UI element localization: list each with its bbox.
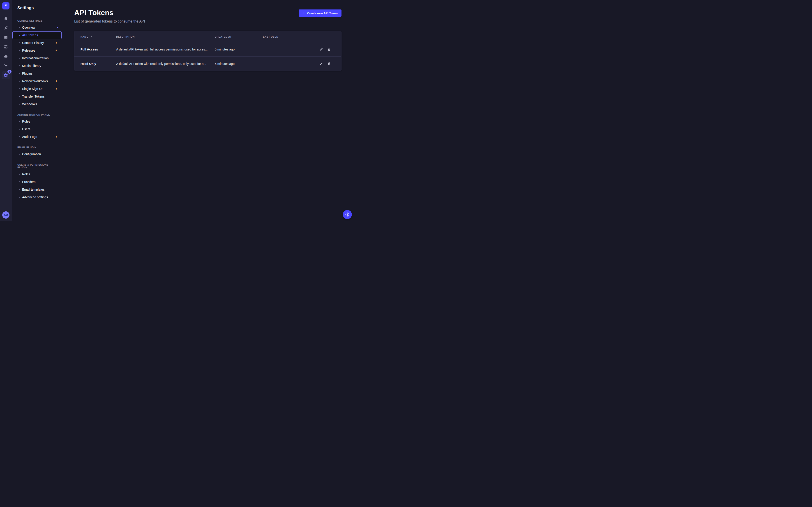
bullet-dot	[19, 96, 20, 97]
bullet-dot	[19, 81, 20, 81]
notification-badge: 1	[7, 70, 11, 74]
table-row-full-access[interactable]: Full AccessA default API token with full…	[74, 42, 341, 57]
strapi-logo-icon	[4, 3, 8, 8]
token-description: A default API token with read-only permi…	[116, 62, 215, 66]
page-header: API Tokens List of generated tokens to c…	[74, 9, 342, 23]
bullet-dot	[19, 181, 20, 182]
sidebar-item-label: API Tokens	[22, 33, 38, 37]
app-root: 1 KD Settings GLOBAL SETTINGSOverviewAPI…	[0, 0, 354, 221]
help-button[interactable]	[343, 210, 352, 219]
bolt-icon	[55, 135, 58, 138]
sidebar-item-configuration[interactable]: Configuration	[12, 150, 62, 158]
user-avatar[interactable]: KD	[2, 211, 9, 219]
row-actions	[313, 61, 332, 66]
marketplace-cart-icon	[4, 64, 8, 68]
bullet-dot	[19, 136, 20, 137]
bullet-dot	[19, 50, 20, 51]
notification-dot	[57, 27, 58, 28]
sidebar-item-internationalization[interactable]: Internationalization	[12, 54, 62, 62]
home-icon	[4, 16, 8, 21]
sidebar-item-webhooks[interactable]: Webhooks	[12, 100, 62, 108]
bullet-dot	[19, 42, 20, 43]
sidebar-item-label: Roles	[22, 172, 30, 176]
sidebar-item-label: Single Sign-On	[22, 87, 43, 91]
delete-button[interactable]	[326, 61, 332, 66]
rail-divider	[0, 12, 12, 12]
bullet-dot	[19, 35, 20, 36]
bullet-dot	[19, 73, 20, 74]
sidebar-item-releases[interactable]: Releases	[12, 47, 62, 54]
sidebar-item-roles[interactable]: Roles	[12, 118, 62, 125]
sidebar-item-single-sign-on[interactable]: Single Sign-On	[12, 85, 62, 93]
bolt-icon	[55, 49, 58, 52]
rail-button-cloud[interactable]	[2, 52, 10, 60]
sidebar-item-label: Roles	[22, 120, 30, 123]
bullet-dot	[19, 197, 20, 198]
column-header-label: LAST USED	[263, 36, 278, 38]
sidebar-item-label: Webhooks	[22, 102, 37, 106]
sidebar-item-api-tokens[interactable]: API Tokens	[12, 31, 62, 39]
column-header-description: DESCRIPTION	[116, 36, 215, 38]
layout-icon	[4, 45, 8, 49]
bolt-icon	[55, 79, 58, 83]
column-header-name[interactable]: NAME	[81, 36, 116, 38]
sidebar-item-audit-logs[interactable]: Audit Logs	[12, 133, 62, 140]
sidebar-item-overview[interactable]: Overview	[12, 24, 62, 31]
bullet-dot	[19, 121, 20, 122]
bullet-dot	[19, 189, 20, 190]
delete-icon	[327, 48, 331, 51]
sidebar-item-transfer-tokens[interactable]: Transfer Tokens	[12, 93, 62, 100]
rail-button-media-library[interactable]	[2, 33, 10, 42]
rail-button-layout[interactable]	[2, 43, 10, 51]
bullet-dot	[19, 27, 20, 28]
sidebar-item-plugins[interactable]: Plugins	[12, 70, 62, 77]
sidebar-item-review-workflows[interactable]: Review Workflows	[12, 77, 62, 85]
bolt-icon	[55, 41, 58, 45]
sidebar-item-label: Releases	[22, 49, 35, 52]
sidebar-item-label: Users	[22, 127, 31, 131]
delete-icon	[327, 62, 331, 66]
bullet-dot	[19, 129, 20, 129]
rail-button-marketplace-cart[interactable]	[2, 62, 10, 70]
sidebar-item-label: Overview	[22, 26, 35, 29]
bullet-dot	[19, 154, 20, 155]
cloud-icon	[4, 54, 8, 59]
sidebar-item-media-library[interactable]: Media Library	[12, 62, 62, 70]
subnav-title: Settings	[17, 6, 62, 10]
sidebar-item-content-history[interactable]: Content History	[12, 39, 62, 47]
rail-button-settings-gear[interactable]: 1	[2, 71, 10, 79]
sidebar-item-roles[interactable]: Roles	[12, 170, 62, 178]
edit-icon	[319, 62, 323, 66]
strapi-logo[interactable]	[2, 2, 9, 9]
sidebar-item-label: Advanced settings	[22, 195, 48, 199]
sidebar-item-users[interactable]: Users	[12, 125, 62, 133]
edit-button[interactable]	[318, 61, 324, 66]
create-api-token-button[interactable]: Create new API Token	[299, 9, 342, 17]
sidebar-section-label-users-permissions-plugin: USERS & PERMISSIONS PLUGIN	[17, 163, 56, 169]
sidebar-section-label-email-plugin: EMAIL PLUGIN	[17, 146, 56, 149]
rail-button-content-type-builder-feather[interactable]	[2, 24, 10, 32]
sidebar-item-label: Configuration	[22, 152, 41, 156]
page-title: API Tokens	[74, 9, 145, 17]
delete-button[interactable]	[326, 47, 332, 52]
sidebar-item-providers[interactable]: Providers	[12, 178, 62, 186]
bolt-icon	[55, 87, 58, 91]
bullet-dot	[19, 58, 20, 59]
token-name: Full Access	[81, 48, 116, 51]
settings-subnav: Settings GLOBAL SETTINGSOverviewAPI Toke…	[12, 0, 62, 221]
bullet-dot	[19, 88, 20, 89]
edit-button[interactable]	[318, 47, 324, 52]
column-header-label: CREATED AT	[215, 36, 232, 38]
row-actions	[313, 47, 332, 52]
settings-gear-icon	[4, 73, 8, 77]
media-library-icon	[4, 35, 8, 40]
sidebar-item-email-templates[interactable]: Email templates	[12, 186, 62, 193]
rail-button-home[interactable]	[2, 14, 10, 22]
edit-icon	[319, 48, 323, 51]
table-row-read-only[interactable]: Read OnlyA default API token with read-o…	[74, 57, 341, 71]
bullet-dot	[19, 174, 20, 175]
sort-ascending-icon	[89, 36, 93, 38]
sidebar-item-label: Internationalization	[22, 56, 49, 60]
sidebar-item-advanced-settings[interactable]: Advanced settings	[12, 193, 62, 201]
token-created-at: 5 minutes ago	[215, 62, 263, 66]
